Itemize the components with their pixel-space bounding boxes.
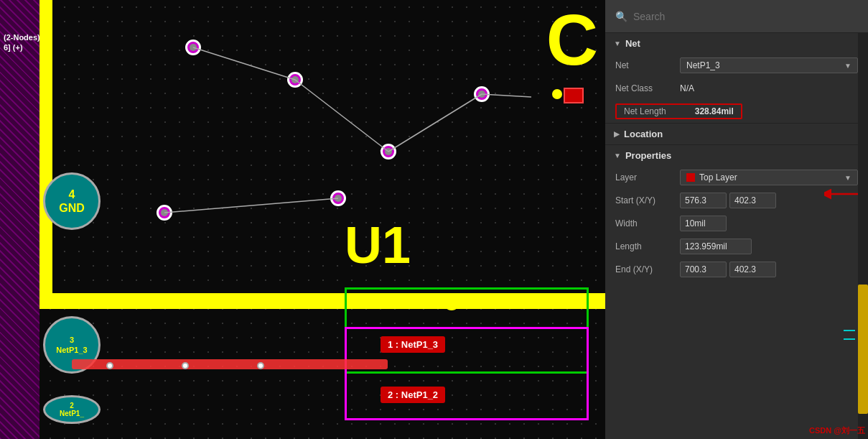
purple-left-zone (0, 0, 39, 439)
net2-number: 2 (70, 402, 74, 410)
net-dropdown-value: NetP1_3 (686, 60, 844, 70)
start-x-field[interactable] (680, 193, 727, 208)
red-track-main (72, 359, 388, 369)
net-length-label: Net Length (624, 106, 666, 116)
net3-label: NetP1_3 (56, 345, 87, 355)
scroll-arrows (842, 323, 857, 366)
pad-1 (185, 40, 201, 55)
gnd-label: GND (59, 201, 85, 215)
length-field-label: Length (615, 241, 680, 251)
net-class-row: Net Class N/A (605, 77, 868, 100)
nodes-label: (2-Nodes) 6] (+) (4, 32, 40, 53)
search-icon: 🔍 (615, 11, 627, 22)
start-xy-label: Start (X/Y) (615, 195, 680, 205)
end-x-field[interactable] (680, 262, 727, 277)
net-length-value: 328.84mil (695, 106, 734, 116)
start-y-field[interactable] (729, 193, 776, 208)
layer-dropdown-value: Top Layer (699, 172, 840, 182)
right-panel: 🔍 ▼ Net Net NetP1_3 ▼ Net Class N/A Net … (605, 0, 868, 439)
scroll-thumb[interactable] (858, 285, 868, 414)
width-row: Width (605, 212, 868, 235)
location-section-title: Location (624, 129, 663, 139)
net-class-label: Net Class (615, 83, 680, 93)
pcb-canvas: (2-Nodes) 6] (+) C U1 4 GND 3 NetP1_3 2 … (0, 0, 605, 439)
yellow-dot-junction (444, 295, 459, 310)
pad-6 (381, 144, 396, 160)
svg-line-4 (164, 198, 338, 213)
net-section-title: Net (625, 38, 640, 49)
panel-content: ▼ Net Net NetP1_3 ▼ Net Class N/A Net Le… (605, 33, 868, 439)
properties-section: ▼ Properties Layer Top Layer ▼ Start (X/… (605, 144, 868, 281)
yellow-trace-vertical (39, 0, 52, 309)
search-input[interactable] (633, 11, 858, 22)
net-section-header[interactable]: ▼ Net (605, 33, 868, 54)
pad-2 (287, 72, 303, 88)
pad-5 (330, 190, 346, 206)
gnd-number: 4 (69, 188, 75, 201)
layer-field-label: Layer (615, 172, 680, 182)
net-class-value: N/A (680, 83, 858, 93)
width-field-label: Width (615, 218, 680, 228)
net2-label: NetP1_ (60, 410, 84, 417)
big-c-letter: C (546, 4, 598, 75)
layer-color-indicator (686, 173, 695, 182)
length-field[interactable] (680, 239, 752, 254)
yellow-dot-tr (552, 89, 562, 99)
pad-3 (474, 86, 490, 102)
end-y-field[interactable] (729, 262, 776, 277)
search-bar[interactable]: 🔍 (605, 0, 868, 33)
net-dropdown[interactable]: NetP1_3 ▼ (680, 57, 858, 73)
end-xy-row: End (X/Y) (605, 258, 868, 281)
net-dropdown-arrow-icon: ▼ (844, 62, 851, 70)
length-row: Length (605, 235, 868, 258)
layer-dropdown-arrow-icon: ▼ (844, 174, 851, 182)
red-square-component (564, 88, 584, 103)
svg-line-0 (193, 47, 295, 80)
properties-section-header[interactable]: ▼ Properties (605, 145, 868, 166)
properties-collapse-icon: ▼ (614, 152, 621, 160)
svg-line-1 (295, 80, 388, 152)
net-label-1: 1 : NetP1_3 (381, 336, 445, 353)
properties-section-title: Properties (625, 150, 671, 161)
location-expand-icon: ▶ (614, 130, 620, 138)
track-dot-2 (182, 362, 189, 369)
net-length-row: Net Length 328.84mil (605, 100, 868, 123)
track-dot-3 (257, 362, 264, 369)
track-dot-1 (106, 362, 113, 369)
net-field-label: Net (615, 60, 680, 70)
net3-number: 3 (70, 335, 74, 345)
scroll-track (858, 33, 868, 439)
net-label-2: 2 : NetP1_2 (381, 387, 445, 403)
width-field[interactable] (680, 216, 727, 231)
gnd-circle: 4 GND (43, 172, 101, 230)
net-row: Net NetP1_3 ▼ (605, 54, 868, 77)
net-length-box: Net Length 328.84mil (615, 103, 742, 119)
end-xy-label: End (X/Y) (615, 264, 680, 274)
net-collapse-icon: ▼ (614, 40, 621, 47)
svg-line-2 (388, 94, 482, 152)
location-section-header[interactable]: ▶ Location (605, 123, 868, 144)
pad-4 (157, 205, 172, 221)
net-circle-2: 2 NetP1_ (43, 395, 101, 424)
csdn-watermark: CSDN @刘一五 (809, 425, 865, 436)
big-u1-label: U1 (345, 216, 411, 274)
